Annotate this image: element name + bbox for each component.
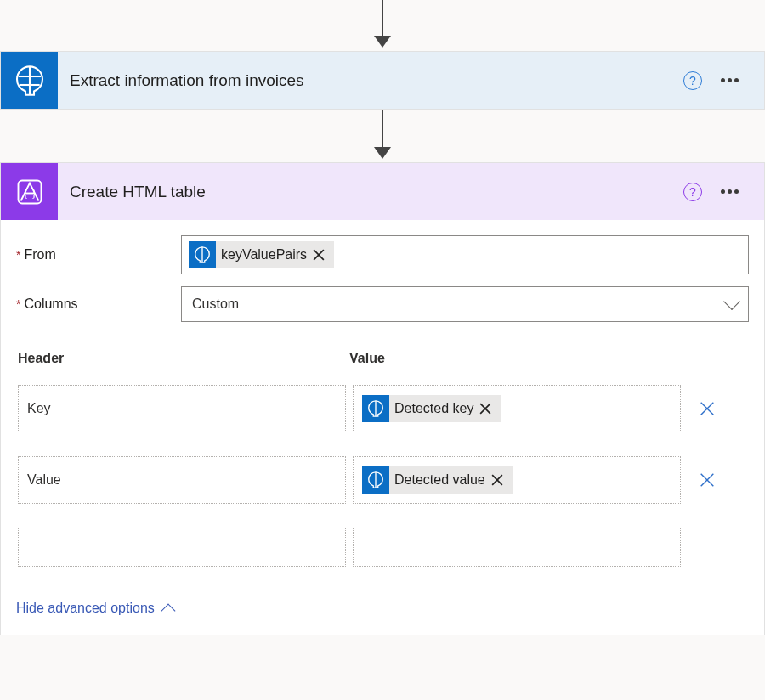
table-row: Key Detected key [18,385,747,432]
ai-builder-icon [1,52,58,109]
columns-value: Custom [192,296,239,312]
from-token[interactable]: keyValuePairs [189,241,334,268]
header-cell[interactable]: Value [18,456,346,504]
columns-row: *Columns Custom [16,286,749,322]
column-header-value: Value [349,351,747,366]
value-cell[interactable]: Detected key [353,385,681,432]
header-cell[interactable] [18,528,346,567]
ai-builder-icon [362,395,389,422]
data-operation-icon: { } [1,163,58,220]
step-create-html-table: { } Create HTML table ? *From [0,162,765,635]
columns-select[interactable]: Custom [181,286,749,322]
remove-token-icon[interactable] [475,398,496,419]
svg-text:{ }: { } [22,187,36,200]
ai-builder-icon [189,241,216,268]
hide-advanced-options[interactable]: Hide advanced options [16,567,749,635]
value-cell[interactable]: Detected value [353,456,681,504]
remove-token-icon[interactable] [487,470,507,490]
table-row: Value Detected value [18,456,747,504]
more-menu-icon[interactable] [721,189,739,194]
flow-arrow [0,0,765,51]
table-row-empty [18,528,747,567]
hide-advanced-label: Hide advanced options [16,601,155,616]
chevron-up-icon [161,604,175,618]
flow-arrow [0,110,765,162]
from-row: *From keyValuePairs [16,235,749,274]
step-extract-invoices[interactable]: Extract information from invoices ? [0,51,765,110]
step-title: Extract information from invoices [58,71,683,90]
help-icon[interactable]: ? [683,71,702,90]
header-cell[interactable]: Key [18,385,346,432]
header-cell-text: Key [27,401,51,416]
help-icon[interactable]: ? [683,183,702,201]
columns-table: Header Value Key Det [16,351,749,567]
from-input[interactable]: keyValuePairs [181,235,749,274]
delete-row-button[interactable] [688,456,727,504]
remove-token-icon[interactable] [309,245,329,265]
token-text: Detected value [394,472,485,488]
step-title: Create HTML table [58,183,683,201]
value-cell[interactable] [353,528,681,567]
token-text: keyValuePairs [221,247,307,262]
value-token[interactable]: Detected key [362,395,501,422]
token-text: Detected key [394,401,473,416]
delete-row-button[interactable] [688,385,727,432]
columns-label: *Columns [16,296,181,312]
value-token[interactable]: Detected value [362,466,513,494]
header-cell-text: Value [27,472,61,488]
ai-builder-icon [362,466,389,494]
more-menu-icon[interactable] [721,78,739,82]
chevron-down-icon [723,293,740,310]
column-header-header: Header [18,351,349,366]
from-label: *From [16,247,181,262]
step-header[interactable]: { } Create HTML table ? [1,163,764,220]
